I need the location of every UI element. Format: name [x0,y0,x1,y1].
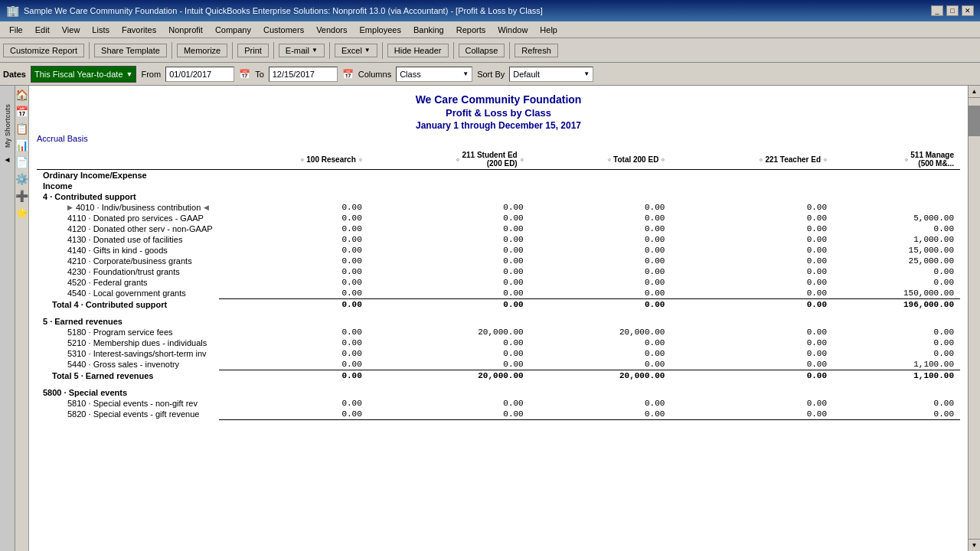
excel-button[interactable]: Excel ▼ [335,44,377,57]
home-icon[interactable]: 🏠 [15,89,28,101]
calendar-icon-from[interactable]: 📅 [239,69,250,80]
row-4010: ▶ 4010 · Indiv/business contribution ◀ 0… [37,202,960,213]
share-template-button[interactable]: Share Template [94,44,167,57]
columns-label: Columns [358,70,391,79]
col-resize-100-right[interactable]: ⬦ [358,155,362,163]
restore-button[interactable]: □ [946,5,959,16]
close-button[interactable]: ✕ [962,5,974,16]
sub-header-income: Income [37,181,960,191]
accrual-basis-label: Accrual Basis [37,134,960,143]
row-4210: 4210 · Corporate/business grants 0.00 0.… [37,256,960,266]
email-dropdown-arrow[interactable]: ▼ [312,47,318,54]
dates-dropdown[interactable]: This Fiscal Year-to-date ▼ [31,66,136,83]
calendar-icon-to[interactable]: 📅 [342,69,354,80]
menu-customers[interactable]: Customers [257,24,310,36]
print-button[interactable]: Print [237,44,269,57]
document-icon[interactable]: 📄 [15,156,28,168]
column-header-row: ⬦ 100 Research ⬦ ⬦ 211 Student Ed(200 ED… [37,149,960,170]
side-icon-panel: 🏠 📅 📋 📊 📄 ⚙️ ➕ ⭐ [15,86,29,551]
menu-banking[interactable]: Banking [407,24,450,36]
report-subtitle: Profit & Loss by Class [37,107,960,119]
columns-dropdown[interactable]: Class ▼ [396,67,472,82]
col-resize-211-right[interactable]: ⬦ [520,155,524,163]
to-date-input[interactable] [269,67,338,82]
expand-arrow-4010[interactable]: ▶ [67,204,73,211]
col-header-total-200: ⬦ Total 200 ED ⬦ [530,149,671,170]
refresh-button[interactable]: Refresh [514,44,558,57]
memorize-button[interactable]: Memorize [177,44,227,57]
plus-icon[interactable]: ➕ [15,190,28,202]
row-5440: 5440 · Gross sales - invenotry 0.00 0.00… [37,359,960,370]
title-bar-controls: _ □ ✕ [931,5,974,16]
collapse-button[interactable]: Collapse [459,44,505,57]
main-container: My Shortcuts ◄ 🏠 📅 📋 📊 📄 ⚙️ ➕ ⭐ We Care … [0,86,980,551]
scroll-thumb[interactable] [969,106,980,136]
scroll-down-button[interactable]: ▼ [969,539,980,551]
star-icon[interactable]: ⭐ [15,207,28,219]
from-label: From [141,70,161,79]
dates-dropdown-arrow: ▼ [126,70,133,78]
report-date-range: January 1 through December 15, 2017 [37,120,960,131]
columns-dropdown-arrow: ▼ [462,70,469,77]
row-total-4: Total 4 · Contributed support 0.00 0.00 … [37,299,960,311]
toolbar: Customize Report Share Template Memorize… [0,38,980,63]
scroll-track [969,98,980,539]
nav-arrow[interactable]: ◄ [4,155,11,164]
edit-icon-4010[interactable]: ◀ [204,204,209,211]
menu-help[interactable]: Help [534,24,564,36]
col-resize-total200[interactable]: ⬦ [607,155,611,163]
sort-by-label: Sort By [477,70,505,79]
menu-bar: File Edit View Lists Favorites Nonprofit… [0,21,980,38]
row-5210: 5210 · Membership dues - individuals 0.0… [37,337,960,348]
row-5180: 5180 · Program service fees 0.00 20,000.… [37,327,960,337]
vertical-scrollbar[interactable]: ▲ ▼ [968,86,980,551]
excel-dropdown-arrow[interactable]: ▼ [364,47,371,54]
scroll-up-button[interactable]: ▲ [969,86,980,98]
menu-window[interactable]: Window [492,24,534,36]
row-4230: 4230 · Foundation/trust grants 0.00 0.00… [37,266,960,277]
left-icon-bar: My Shortcuts ◄ [0,86,15,551]
row-4130: 4130 · Donated use of facilities 0.00 0.… [37,234,960,245]
report-company-title: We Care Community Foundation [37,93,960,106]
settings-icon[interactable]: ⚙️ [15,173,28,185]
sub-header-contributed: 4 · Contributed support [37,191,960,202]
title-bar-text: Sample We Care Community Foundation - In… [24,6,543,15]
filter-bar: Dates This Fiscal Year-to-date ▼ From 📅 … [0,63,980,86]
col-resize-211[interactable]: ⬦ [456,155,459,163]
chart-icon[interactable]: 📊 [15,139,28,152]
shortcuts-label: My Shortcuts [4,104,11,148]
row-total-5: Total 5 · Earned revenues 0.00 20,000.00… [37,370,960,382]
dates-label: Dates [3,70,26,79]
row-5810: 5810 · Special events - non-gift rev 0.0… [37,398,960,409]
col-resize-511[interactable]: ⬦ [904,155,908,163]
report-table: ⬦ 100 Research ⬦ ⬦ 211 Student Ed(200 ED… [37,149,960,420]
menu-favorites[interactable]: Favorites [116,24,162,36]
menu-edit[interactable]: Edit [29,24,56,36]
row-4110: 4110 · Donated pro services - GAAP 0.00 … [37,213,960,223]
menu-view[interactable]: View [56,24,87,36]
menu-file[interactable]: File [3,24,29,36]
menu-vendors[interactable]: Vendors [310,24,353,36]
col-resize-221-right[interactable]: ⬦ [823,155,827,163]
customize-report-button[interactable]: Customize Report [3,44,84,57]
col-resize-100[interactable]: ⬦ [300,155,304,163]
sort-by-dropdown[interactable]: Default ▼ [509,67,593,82]
col-header-211-student: ⬦ 211 Student Ed(200 ED) ⬦ [368,149,530,170]
hide-header-button[interactable]: Hide Header [387,44,449,57]
menu-reports[interactable]: Reports [450,24,492,36]
menu-employees[interactable]: Employees [354,24,407,36]
col-header-100-research: ⬦ 100 Research ⬦ [219,149,368,170]
report-area[interactable]: We Care Community Foundation Profit & Lo… [29,86,968,551]
from-date-input[interactable] [165,67,234,82]
calendar-side-icon[interactable]: 📅 [15,106,28,118]
menu-company[interactable]: Company [209,24,257,36]
menu-nonprofit[interactable]: Nonprofit [162,24,209,36]
col-resize-221[interactable]: ⬦ [759,155,763,163]
col-header-511-manage: ⬦ 511 Manage(500 M&... [833,149,960,170]
col-resize-total200-right[interactable]: ⬦ [661,155,665,163]
minimize-button[interactable]: _ [931,5,943,16]
list-icon[interactable]: 📋 [15,122,28,135]
menu-lists[interactable]: Lists [86,24,116,36]
email-button[interactable]: E-mail ▼ [279,44,325,57]
app-icon: 🏢 [6,5,19,17]
